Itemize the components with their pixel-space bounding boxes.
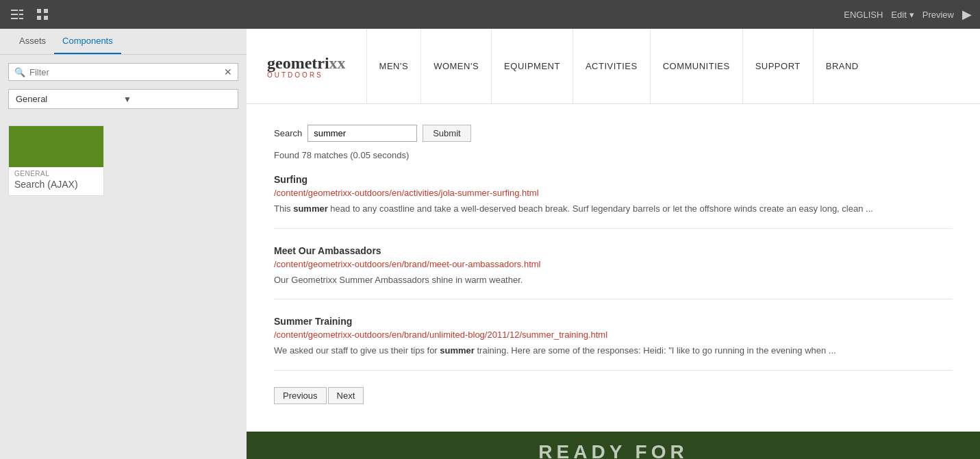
result-item: Summer Training /content/geometrixx-outd… <box>274 316 953 371</box>
category-dropdown[interactable]: General ▼ <box>8 89 238 109</box>
tab-assets[interactable]: Assets <box>11 29 54 54</box>
search-label: Search <box>274 128 302 138</box>
result-item: Meet Our Ambassadors /content/geometrixx… <box>274 245 953 300</box>
next-button[interactable]: Next <box>328 387 364 404</box>
filter-container: 🔍 ✕ <box>8 63 238 81</box>
grid-view-button[interactable] <box>34 6 51 23</box>
svg-rect-0 <box>11 10 23 11</box>
result-link[interactable]: /content/geometrixx-outdoors/en/activiti… <box>274 188 953 198</box>
result-item: Surfing /content/geometrixx-outdoors/en/… <box>274 174 953 229</box>
edit-button[interactable]: Edit ▾ <box>891 10 914 20</box>
result-title: Surfing <box>274 174 953 185</box>
result-snippet: This summer head to any coastline and ta… <box>274 202 953 216</box>
logo-geometri: geometri <box>267 54 329 72</box>
result-title: Meet Our Ambassadors <box>274 245 953 256</box>
chevron-down-icon: ▼ <box>123 95 231 104</box>
nav-items: MEN'S WOMEN'S EQUIPMENT ACTIVITIES COMMU… <box>366 29 871 103</box>
content-area: geometrixx OUTDOORS MEN'S WOMEN'S EQUIPM… <box>247 29 980 459</box>
nav-item-communities[interactable]: COMMUNITIES <box>650 29 742 103</box>
search-section: Search Submit Found 78 matches (0.05 sec… <box>247 104 980 432</box>
search-input[interactable] <box>307 125 417 142</box>
nav-item-womens[interactable]: WOMEN'S <box>420 29 491 103</box>
nav-item-mens[interactable]: MEN'S <box>366 29 421 103</box>
svg-rect-6 <box>37 16 41 20</box>
component-category-label: GENERAL <box>9 167 103 177</box>
nav-item-activities[interactable]: ACTIVITIES <box>573 29 650 103</box>
result-link[interactable]: /content/geometrixx-outdoors/en/brand/un… <box>274 330 953 340</box>
component-thumbnail <box>9 126 103 167</box>
nav-item-support[interactable]: SUPPORT <box>742 29 813 103</box>
result-snippet: We asked our staff to give us their tips… <box>274 344 953 358</box>
top-toolbar: ENGLISH Edit ▾ Preview ▶ <box>0 0 980 29</box>
nav-item-equipment[interactable]: EQUIPMENT <box>491 29 573 103</box>
bottom-banner: READY FOR <box>247 432 980 460</box>
svg-rect-3 <box>18 10 19 19</box>
component-card-search-ajax[interactable]: GENERAL Search (AJAX) <box>8 125 104 196</box>
result-link[interactable]: /content/geometrixx-outdoors/en/brand/me… <box>274 259 953 269</box>
filter-input[interactable] <box>29 67 220 77</box>
main-layout: Assets Components 🔍 ✕ General ▼ GENERAL … <box>0 29 980 459</box>
pagination: Previous Next <box>274 387 953 404</box>
logo-outdoors: OUTDOORS <box>267 71 346 79</box>
sidebar-tabs: Assets Components <box>0 29 247 55</box>
search-icon: 🔍 <box>14 67 25 77</box>
svg-rect-1 <box>11 14 23 15</box>
category-dropdown-label: General <box>16 94 123 104</box>
language-label: ENGLISH <box>844 10 883 20</box>
tab-components[interactable]: Components <box>54 29 121 54</box>
sidebar-toggle-button[interactable] <box>8 7 26 22</box>
logo-text: geometrixx OUTDOORS <box>267 54 346 79</box>
result-title: Summer Training <box>274 316 953 327</box>
component-name-label: Search (AJAX) <box>9 177 103 195</box>
logo-xx: xx <box>329 54 346 72</box>
svg-rect-5 <box>44 9 48 13</box>
search-results-count: Found 78 matches (0.05 seconds) <box>274 150 953 160</box>
chat-icon: ▶ <box>962 7 972 22</box>
svg-rect-4 <box>37 9 41 13</box>
result-snippet: Our Geometrixx Summer Ambassadors shine … <box>274 273 953 287</box>
nav-item-brand[interactable]: BRAND <box>813 29 871 103</box>
svg-rect-2 <box>11 18 23 19</box>
sidebar: Assets Components 🔍 ✕ General ▼ GENERAL … <box>0 29 247 459</box>
previous-button[interactable]: Previous <box>274 387 327 404</box>
svg-rect-7 <box>44 16 48 20</box>
site-navigation: geometrixx OUTDOORS MEN'S WOMEN'S EQUIPM… <box>247 29 980 104</box>
search-row: Search Submit <box>274 125 953 142</box>
site-logo: geometrixx OUTDOORS <box>247 54 366 79</box>
search-submit-button[interactable]: Submit <box>423 125 470 142</box>
preview-button[interactable]: Preview <box>922 10 954 20</box>
banner-text: READY FOR <box>538 441 688 460</box>
filter-clear-button[interactable]: ✕ <box>224 66 232 77</box>
